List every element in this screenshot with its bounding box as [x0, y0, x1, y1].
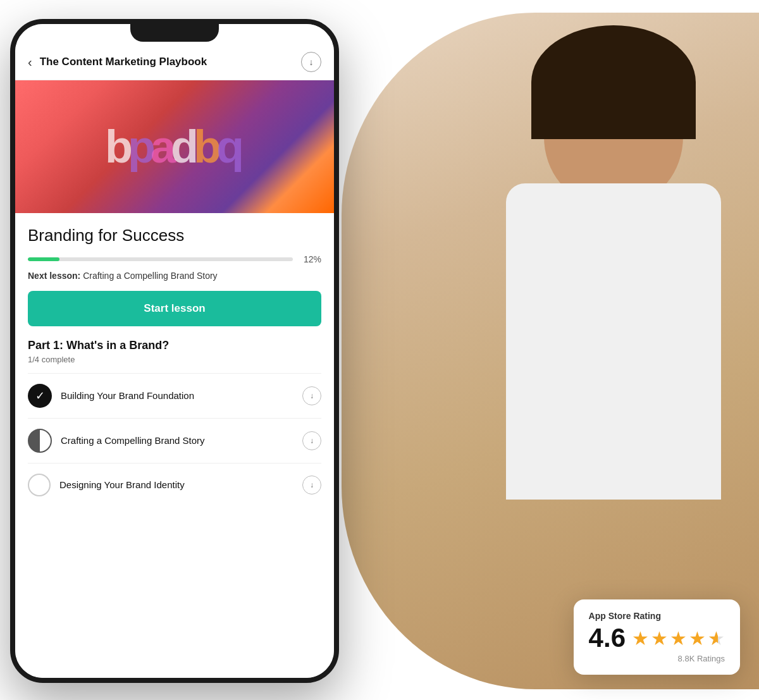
hero-letters: b p a d b q	[15, 80, 334, 213]
rating-row: 4.6 ★ ★ ★ ★ ★★	[589, 625, 725, 651]
lesson-half-icon	[28, 429, 52, 453]
progress-bar-background	[28, 257, 293, 261]
ratings-count: 8.8K Ratings	[589, 654, 725, 663]
lesson-name: Building Your Brand Foundation	[61, 390, 293, 402]
lesson-name: Designing Your Brand Identity	[59, 479, 293, 491]
progress-row: 12%	[28, 254, 321, 264]
phone-frame: ‹ The Content Marketing Playbook ↓ b p a…	[10, 19, 339, 683]
progress-bar-fill	[28, 257, 59, 261]
section-title: Part 1: What's in a Brand?	[28, 339, 321, 352]
phone-screen: ‹ The Content Marketing Playbook ↓ b p a…	[15, 24, 334, 678]
next-lesson-name-text: Crafting a Compelling Brand Story	[83, 271, 217, 281]
rating-score: 4.6	[589, 625, 626, 651]
lesson-download-button[interactable]: ↓	[302, 386, 321, 405]
star-1: ★	[632, 627, 649, 649]
lesson-download-button[interactable]: ↓	[302, 476, 321, 494]
back-button[interactable]: ‹	[28, 55, 32, 70]
rating-card: App Store Rating 4.6 ★ ★ ★ ★ ★★ 8.8K Rat…	[574, 599, 740, 675]
lesson-complete-icon: ✓	[28, 384, 52, 408]
background-person	[329, 0, 759, 700]
lesson-download-button[interactable]: ↓	[302, 431, 321, 450]
lesson-item[interactable]: Crafting a Compelling Brand Story ↓	[28, 418, 321, 463]
next-lesson-prefix: Next lesson:	[28, 271, 80, 281]
hero-letter-6: q	[216, 124, 244, 169]
star-2: ★	[651, 627, 668, 649]
content-area: Branding for Success 12% Next lesson: Cr…	[15, 213, 334, 326]
lesson-empty-icon	[28, 474, 51, 496]
star-4: ★	[689, 627, 706, 649]
rating-label: App Store Rating	[589, 611, 725, 621]
star-3: ★	[670, 627, 687, 649]
stars-container: ★ ★ ★ ★ ★★	[632, 627, 725, 649]
next-lesson-info: Next lesson: Crafting a Compelling Brand…	[28, 271, 321, 281]
section-progress: 1/4 complete	[28, 355, 321, 364]
lesson-list-section: Part 1: What's in a Brand? 1/4 complete …	[15, 326, 334, 507]
app-header-title: The Content Marketing Playbook	[40, 56, 301, 68]
lesson-item[interactable]: ✓ Building Your Brand Foundation ↓	[28, 373, 321, 418]
phone-mockup: ‹ The Content Marketing Playbook ↓ b p a…	[10, 19, 339, 683]
lesson-item[interactable]: Designing Your Brand Identity ↓	[28, 463, 321, 507]
lesson-name: Crafting a Compelling Brand Story	[61, 434, 293, 447]
progress-percentage: 12%	[299, 254, 321, 264]
phone-notch	[130, 24, 219, 42]
course-title: Branding for Success	[28, 226, 321, 245]
header-download-button[interactable]: ↓	[301, 52, 321, 72]
star-5-half: ★★	[708, 627, 725, 649]
start-lesson-button[interactable]: Start lesson	[28, 291, 321, 326]
download-icon: ↓	[309, 57, 314, 67]
hero-image: b p a d b q	[15, 80, 334, 213]
